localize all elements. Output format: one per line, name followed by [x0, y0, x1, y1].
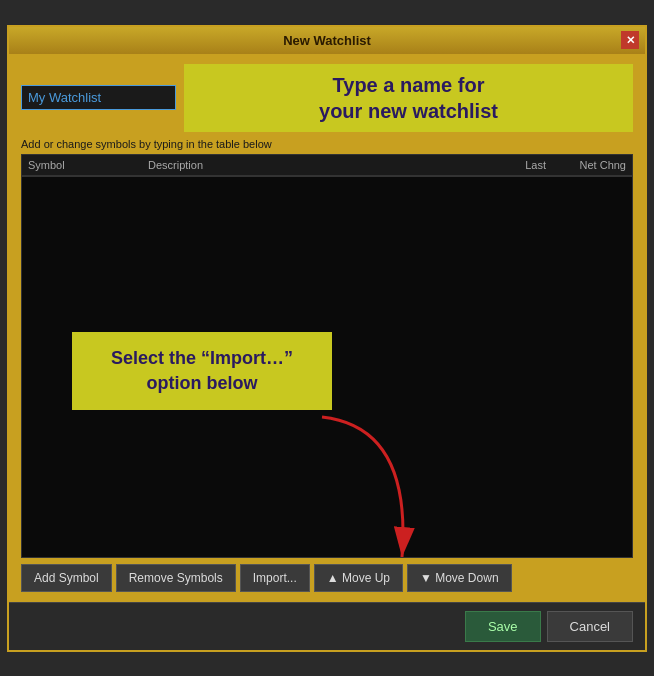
cancel-button[interactable]: Cancel — [547, 611, 633, 642]
table-body: Select the “Import…” option below — [22, 177, 632, 557]
symbols-table: Symbol Description Last Net Chng Select … — [21, 154, 633, 558]
add-symbol-button[interactable]: Add Symbol — [21, 564, 112, 592]
remove-symbols-button[interactable]: Remove Symbols — [116, 564, 236, 592]
dialog-footer: Save Cancel — [9, 602, 645, 650]
tooltip2-line1: Select the “Import…” — [92, 346, 312, 371]
new-watchlist-dialog: New Watchlist ✕ Type a name for your new… — [7, 25, 647, 652]
tooltip2-line2: option below — [92, 371, 312, 396]
subtitle-text: Add or change symbols by typing in the t… — [21, 138, 633, 150]
move-down-button[interactable]: ▼ Move Down — [407, 564, 512, 592]
watchlist-name-input[interactable] — [21, 85, 176, 110]
title-bar: New Watchlist ✕ — [9, 27, 645, 54]
import-tooltip: Select the “Import…” option below — [72, 332, 332, 410]
table-header: Symbol Description Last Net Chng — [22, 155, 632, 176]
move-up-button[interactable]: ▲ Move Up — [314, 564, 403, 592]
tooltip1-line2: your new watchlist — [198, 98, 619, 124]
dialog-body: Type a name for your new watchlist Add o… — [9, 54, 645, 602]
col-last: Last — [482, 155, 552, 175]
col-description: Description — [142, 155, 482, 175]
name-tooltip: Type a name for your new watchlist — [184, 64, 633, 132]
name-row: Type a name for your new watchlist — [21, 64, 633, 132]
action-buttons: Add Symbol Remove Symbols Import... ▲ Mo… — [21, 564, 633, 592]
import-button[interactable]: Import... — [240, 564, 310, 592]
close-button[interactable]: ✕ — [621, 31, 639, 49]
dialog-title: New Watchlist — [283, 33, 371, 48]
save-button[interactable]: Save — [465, 611, 541, 642]
col-symbol: Symbol — [22, 155, 142, 175]
arrow-icon — [312, 407, 432, 557]
tooltip1-line1: Type a name for — [198, 72, 619, 98]
col-netchng: Net Chng — [552, 155, 632, 175]
